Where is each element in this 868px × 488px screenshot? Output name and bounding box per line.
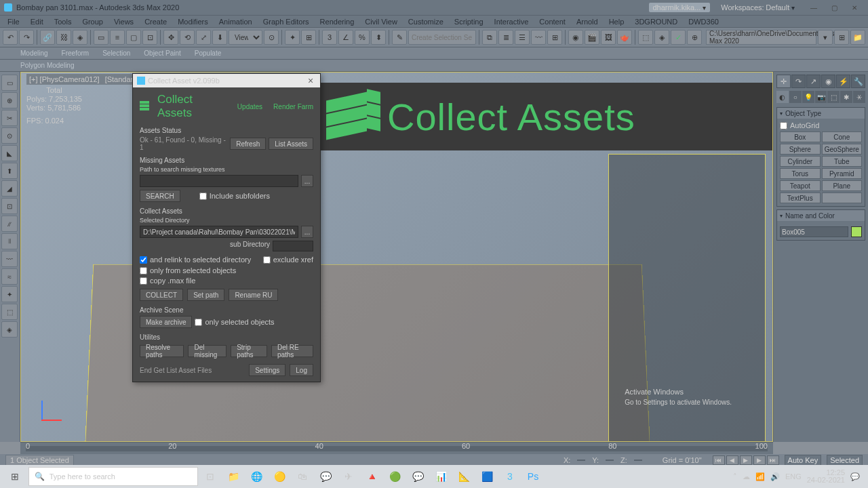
lt-bridge[interactable]: ⫽ [1, 216, 18, 232]
tab-motion[interactable]: ◉ [821, 75, 835, 88]
collect-button[interactable]: COLLECT [140, 289, 183, 301]
lt-connect[interactable]: ⫴ [1, 233, 18, 249]
missing-path-input[interactable] [140, 175, 298, 187]
del-re-paths-button[interactable]: Del RE paths [271, 345, 313, 357]
prim-textplus[interactable]: TextPlus [780, 192, 821, 203]
mat-editor-button[interactable]: ◉ [568, 30, 583, 45]
lt-extrude[interactable]: ⬆ [1, 163, 18, 179]
plugin-4[interactable]: ⊕ [687, 30, 702, 45]
lt-cut[interactable]: ✂ [1, 110, 18, 126]
cat-lights[interactable]: 💡 [802, 91, 814, 103]
app-icon-2[interactable]: 📐 [453, 466, 475, 487]
prim-plane[interactable]: Plane [822, 180, 863, 191]
layer-button[interactable]: ☰ [515, 30, 530, 45]
percent-snap[interactable]: % [355, 30, 370, 45]
setpath-button[interactable]: Set path [187, 289, 224, 301]
list-assets-button[interactable]: List Assets [269, 138, 313, 150]
prim-pyramid[interactable]: Pyramid [822, 168, 863, 179]
object-color-swatch[interactable] [851, 226, 862, 237]
tr-end[interactable]: ⏭ [767, 455, 779, 465]
coord-z[interactable] [634, 460, 642, 461]
tab-display[interactable]: ⚡ [836, 75, 850, 88]
unlink-button[interactable]: ⛓ [56, 30, 71, 45]
menu-file[interactable]: File [3, 18, 24, 26]
rollout-name-color[interactable]: Name and Color [777, 210, 865, 221]
archive-selected-checkbox[interactable] [195, 319, 202, 326]
menu-tools[interactable]: Tools [50, 18, 77, 26]
dialog-close-button[interactable]: × [305, 75, 316, 86]
place-button[interactable]: ⬇ [212, 30, 227, 45]
minimize-button[interactable]: — [804, 3, 823, 12]
renderfarm-link[interactable]: Render Farm [273, 103, 313, 110]
ribbon-objectpaint[interactable]: Object Paint [144, 49, 180, 57]
tr-prev[interactable]: ◀ [726, 455, 738, 465]
prim-box[interactable]: Box [780, 131, 821, 142]
tray-arrow-icon[interactable]: ˄ [733, 472, 737, 481]
rect-select-button[interactable]: ▢ [126, 30, 141, 45]
spotify-icon[interactable]: 🟢 [384, 466, 406, 487]
menu-create[interactable]: Create [140, 18, 172, 26]
coord-x[interactable] [577, 460, 585, 461]
start-button[interactable]: ⊞ [3, 466, 27, 487]
menu-grapheditors[interactable]: Graph Editors [258, 18, 314, 26]
plugin-2[interactable]: ◈ [654, 30, 669, 45]
lt-chamfer[interactable]: ◣ [1, 145, 18, 161]
strip-paths-button[interactable]: Strip paths [231, 345, 267, 357]
rotate-button[interactable]: ⟲ [180, 30, 195, 45]
close-button[interactable]: ✕ [845, 3, 864, 12]
rename-ru-button[interactable]: Rename RU [229, 289, 278, 301]
telegram-icon[interactable]: ✈ [338, 466, 359, 487]
cat-spacewarps[interactable]: ✱ [840, 91, 852, 103]
render-setup-button[interactable]: 🎬 [585, 30, 599, 45]
ribbon-populate[interactable]: Populate [195, 49, 221, 57]
cat-helpers[interactable]: ⬚ [827, 91, 840, 103]
app-icon-3[interactable]: 🟦 [476, 466, 498, 487]
settings-button[interactable]: Settings [249, 364, 285, 376]
workspace-selector[interactable]: Workspaces: Default ▾ [721, 3, 795, 12]
vlc-icon[interactable]: 🔺 [361, 466, 382, 487]
object-name-field[interactable]: Box005 [780, 226, 848, 237]
browse-dir-button[interactable]: ... [301, 226, 313, 238]
pivot-button[interactable]: ⊙ [264, 30, 279, 45]
window-cross-button[interactable]: ⊡ [142, 30, 157, 45]
tray-cloud-icon[interactable]: ☁ [743, 472, 750, 481]
lt-attach[interactable]: ⊕ [1, 92, 18, 108]
updates-link[interactable]: Updates [237, 103, 262, 110]
lt-misc1[interactable]: ✦ [1, 286, 18, 302]
app-icon-1[interactable]: 📊 [430, 466, 452, 487]
ribbon-modeling[interactable]: Modeling [20, 49, 48, 57]
chrome-icon[interactable]: 🟡 [269, 466, 290, 487]
undo-button[interactable]: ↶ [3, 30, 18, 45]
ribbon-freeform[interactable]: Freeform [62, 49, 90, 57]
browse-missing-button[interactable]: ... [301, 175, 313, 187]
refcoord-select[interactable]: View [229, 30, 262, 45]
mirror-button[interactable]: ⧉ [482, 30, 497, 45]
cat-systems[interactable]: ⚹ [853, 91, 865, 103]
max-taskbar-icon[interactable]: 3 [499, 466, 521, 487]
select-button[interactable]: ▭ [94, 30, 108, 45]
exclude-xref-checkbox[interactable] [263, 256, 271, 264]
bind-button[interactable]: ◈ [73, 30, 87, 45]
rollout-object-type[interactable]: Object Type [777, 108, 865, 119]
plugin-1[interactable]: ⬚ [638, 30, 653, 45]
snap-toggle[interactable]: 3 [322, 30, 337, 45]
menu-rendering[interactable]: Rendering [315, 18, 359, 26]
menu-3dground[interactable]: 3DGROUND [630, 18, 682, 26]
del-missing-button[interactable]: Del missing [188, 345, 226, 357]
directory-input[interactable] [140, 226, 298, 238]
lt-select[interactable]: ▭ [1, 75, 18, 91]
only-selected-checkbox[interactable] [140, 267, 147, 274]
prim-cylinder[interactable]: Cylinder [780, 156, 821, 167]
menu-arnold[interactable]: Arnold [572, 18, 603, 26]
timeline[interactable]: 020406080100 [20, 442, 773, 454]
tr-play[interactable]: ▶ [740, 455, 752, 465]
project-path[interactable]: C:\Users\dharn\OneDrive\Documents\3ds Ma… [706, 30, 816, 45]
keymode-button[interactable]: ⊞ [301, 30, 316, 45]
tray-clock[interactable]: 12:2524-02-2021 [807, 469, 845, 484]
ribbon-selection[interactable]: Selection [102, 49, 130, 57]
prim-torus[interactable]: Torus [780, 168, 821, 179]
render-frame-button[interactable]: 🖼 [601, 30, 616, 45]
ribbon-polygon-modeling[interactable]: Polygon Modeling [20, 62, 75, 69]
menu-modifiers[interactable]: Modifiers [173, 18, 213, 26]
cat-geometry[interactable]: ◐ [776, 91, 789, 103]
